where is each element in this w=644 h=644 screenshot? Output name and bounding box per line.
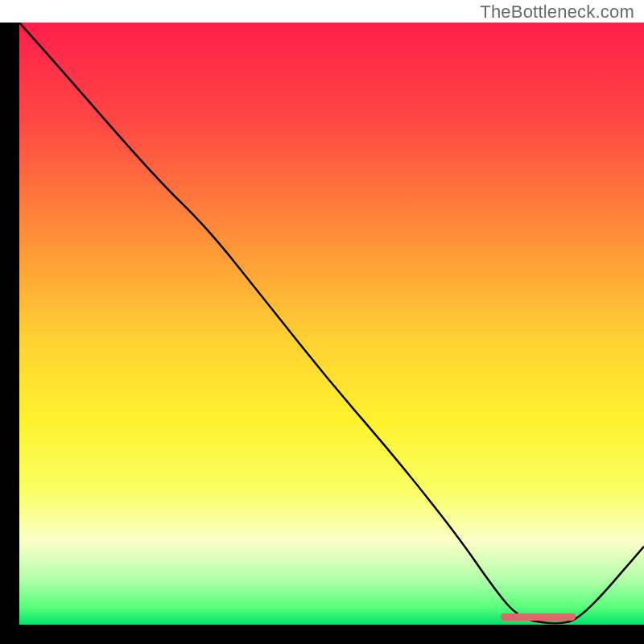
watermark-text: TheBottleneck.com — [480, 2, 634, 23]
optimal-range-bar — [501, 613, 576, 621]
plot-frame — [0, 23, 644, 644]
chart-root: TheBottleneck.com — [0, 0, 644, 644]
plot-area — [19, 23, 644, 625]
bottleneck-curve — [19, 23, 644, 625]
